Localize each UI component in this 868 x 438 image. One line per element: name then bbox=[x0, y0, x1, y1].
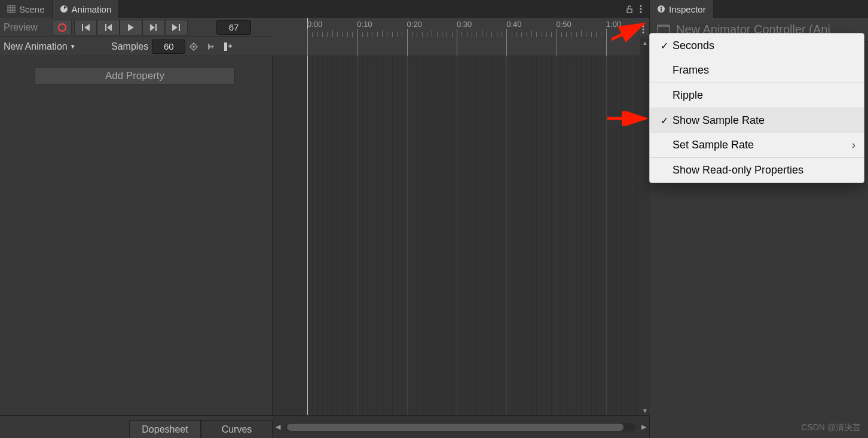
add-marker-button[interactable] bbox=[219, 39, 236, 54]
ruler-minor-tick bbox=[317, 32, 318, 37]
scroll-down-button[interactable]: ▼ bbox=[640, 407, 650, 414]
menu-item-label: Set Sample Rate bbox=[673, 139, 846, 151]
ruler-minor-tick bbox=[542, 32, 542, 37]
watermark: CSDN @清决言 bbox=[801, 422, 861, 433]
ruler-major-tick bbox=[606, 29, 607, 56]
ruler-minor-tick bbox=[327, 32, 328, 37]
add-property-button[interactable]: Add Property bbox=[35, 67, 235, 85]
ruler-minor-tick bbox=[412, 32, 412, 37]
right-tabbar: Inspector bbox=[650, 0, 868, 18]
scrollbar-thumb[interactable] bbox=[287, 424, 624, 431]
svg-point-6 bbox=[642, 28, 644, 30]
menu-item-label: Show Read-only Properties bbox=[673, 164, 846, 177]
menu-item-label: Show Sample Rate bbox=[673, 114, 846, 127]
add-event-button[interactable] bbox=[202, 39, 219, 54]
scroll-up-button[interactable]: ▲ bbox=[640, 39, 650, 46]
check-icon: ✓ bbox=[656, 115, 673, 126]
ruler-minor-tick bbox=[397, 32, 398, 37]
menu-item[interactable]: ✓Show Sample Rate bbox=[650, 108, 864, 133]
ruler-minor-tick bbox=[512, 32, 512, 37]
menu-item[interactable]: Set Sample Rate› bbox=[650, 133, 864, 157]
prev-frame-button[interactable] bbox=[97, 20, 120, 35]
ruler-minor-tick bbox=[347, 32, 348, 37]
ruler-major-tick bbox=[307, 29, 308, 56]
kebab-icon[interactable] bbox=[640, 5, 642, 13]
timeline-h-scrollbar[interactable]: ◀ ▶ bbox=[273, 415, 649, 438]
current-frame-input[interactable] bbox=[216, 20, 251, 35]
ruler-label: 0:10 bbox=[357, 20, 372, 29]
ruler-label: 1:00 bbox=[606, 20, 621, 29]
scrollbar-track[interactable] bbox=[286, 423, 636, 431]
ruler-minor-tick bbox=[422, 32, 423, 37]
last-frame-button[interactable] bbox=[165, 20, 188, 35]
ruler-minor-tick bbox=[571, 32, 571, 37]
record-button[interactable] bbox=[53, 20, 72, 35]
samples-label: Samples bbox=[111, 41, 148, 52]
svg-point-1 bbox=[640, 5, 641, 7]
ruler-major-tick bbox=[506, 29, 507, 56]
ruler-minor-tick bbox=[536, 32, 537, 37]
menu-item[interactable]: Frames bbox=[650, 58, 864, 83]
play-button[interactable] bbox=[120, 20, 142, 35]
ruler-label: 0:00 bbox=[307, 20, 322, 29]
ruler-minor-tick bbox=[367, 32, 368, 37]
ruler-minor-tick bbox=[472, 32, 472, 37]
ruler-minor-tick bbox=[312, 32, 313, 37]
ruler-minor-tick bbox=[487, 32, 487, 37]
ruler-label: 0:30 bbox=[457, 20, 472, 29]
ruler-minor-tick bbox=[322, 32, 323, 37]
next-frame-button[interactable] bbox=[142, 20, 165, 35]
ruler-minor-tick bbox=[392, 32, 393, 37]
ruler-minor-tick bbox=[387, 32, 387, 37]
clock-icon bbox=[60, 5, 68, 13]
clip-dropdown[interactable]: New Animation ▼ bbox=[0, 41, 111, 52]
scroll-left-button[interactable]: ◀ bbox=[273, 423, 283, 431]
caret-down-icon: ▼ bbox=[70, 43, 76, 50]
ruler-minor-tick bbox=[591, 32, 592, 37]
svg-rect-10 bbox=[661, 7, 662, 8]
tab-scene[interactable]: Scene bbox=[0, 0, 53, 18]
ruler-minor-tick bbox=[586, 32, 586, 37]
samples-input[interactable] bbox=[152, 39, 185, 54]
lock-icon[interactable] bbox=[625, 5, 634, 14]
preview-toggle[interactable]: Preview bbox=[0, 22, 53, 33]
menu-item[interactable]: Ripple bbox=[650, 83, 864, 108]
menu-item[interactable]: Show Read-only Properties bbox=[650, 158, 864, 182]
ruler-minor-tick bbox=[332, 30, 333, 37]
ruler-major-tick bbox=[407, 29, 408, 56]
ruler-minor-tick bbox=[482, 30, 482, 37]
playback-controls bbox=[74, 20, 188, 35]
tab-inspector-label: Inspector bbox=[669, 4, 706, 14]
menu-item-label: Frames bbox=[673, 64, 846, 77]
tab-curves[interactable]: Curves bbox=[201, 420, 273, 438]
ruler-minor-tick bbox=[516, 32, 517, 37]
ruler-minor-tick bbox=[352, 32, 353, 37]
ruler-minor-tick bbox=[467, 32, 467, 37]
tab-inspector[interactable]: Inspector bbox=[650, 0, 714, 18]
ruler-minor-tick bbox=[372, 32, 372, 37]
add-keyframe-button[interactable] bbox=[185, 39, 202, 54]
first-frame-button[interactable] bbox=[74, 20, 97, 35]
ruler-minor-tick bbox=[432, 30, 432, 37]
timeline-options-button[interactable] bbox=[642, 25, 644, 34]
tab-animation[interactable]: Animation bbox=[53, 0, 120, 18]
ruler-minor-tick bbox=[427, 32, 427, 37]
scroll-right-button[interactable]: ▶ bbox=[638, 423, 649, 431]
ruler-minor-tick bbox=[491, 32, 492, 37]
ruler-minor-tick bbox=[576, 32, 577, 37]
menu-item-label: Ripple bbox=[673, 89, 846, 102]
svg-point-3 bbox=[640, 11, 641, 13]
timeline-ruler[interactable]: 0:000:100:200:300:400:501:00 bbox=[273, 18, 638, 56]
timeline-tracks[interactable] bbox=[273, 56, 649, 438]
menu-item[interactable]: ✓Seconds bbox=[650, 34, 864, 58]
ruler-minor-tick bbox=[447, 32, 447, 37]
ruler-minor-tick bbox=[527, 32, 527, 37]
ruler-label: 0:20 bbox=[407, 20, 422, 29]
ruler-minor-tick bbox=[581, 30, 582, 37]
ruler-minor-tick bbox=[497, 32, 497, 37]
tab-scene-label: Scene bbox=[19, 4, 45, 14]
ruler-minor-tick bbox=[561, 32, 562, 37]
ruler-minor-tick bbox=[531, 30, 532, 37]
tab-dopesheet[interactable]: Dopesheet bbox=[129, 420, 201, 438]
ruler-minor-tick bbox=[546, 32, 547, 37]
